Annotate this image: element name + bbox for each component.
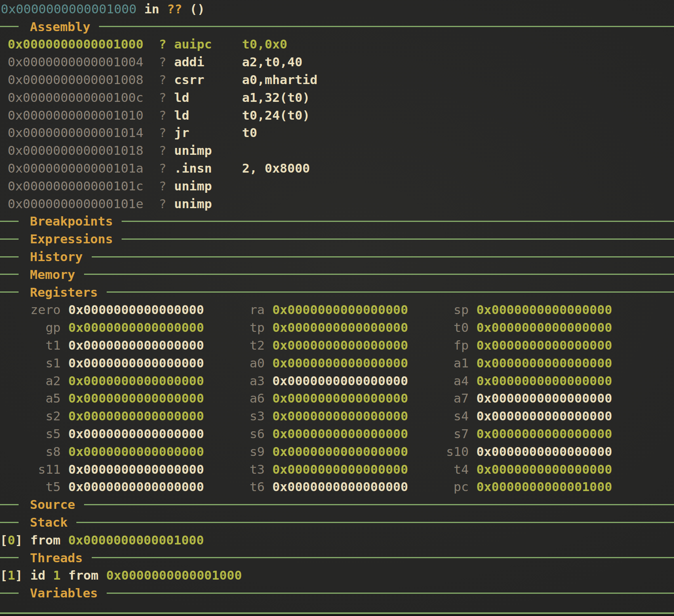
assembly-operands: t0 (242, 125, 257, 140)
register-value: 0x0000000000000000 (68, 426, 204, 441)
register-value: 0x0000000000000000 (68, 391, 204, 405)
register-name: t4 (408, 462, 469, 477)
section-title-assembly: Assembly (30, 19, 90, 34)
register-name: s6 (204, 426, 265, 441)
assembly-mnemonic: unimp (174, 179, 242, 193)
assembly-breakpoint-marker: ? (159, 55, 166, 69)
assembly-breakpoint-marker: ? (159, 161, 166, 175)
debugger-terminal[interactable]: 0x0000000000001000 in ?? () Assembly 0x0… (0, 0, 674, 616)
thread-id-value: 1 (53, 568, 61, 582)
register-value: 0x0000000000000000 (476, 302, 612, 317)
register-name: t1 (0, 338, 61, 352)
register-value: 0x0000000000000000 (272, 479, 408, 494)
assembly-operands: a1,32(t0) (242, 90, 310, 105)
register-cell: s20x0000000000000000 (0, 409, 204, 423)
register-row: a50x0000000000000000a60x0000000000000000… (0, 390, 674, 407)
register-cell: t50x0000000000000000 (0, 479, 204, 494)
section-title-source: Source (30, 497, 75, 512)
assembly-operands: t0,24(t0) (242, 108, 310, 122)
stack-frame-bracket: [ (0, 533, 8, 547)
assembly-instruction-address: 0x0000000000001004 (8, 55, 144, 69)
assembly-breakpoint-marker: ? (159, 143, 166, 158)
section-header-stack: Stack (0, 513, 674, 531)
status-in-word: in (144, 2, 159, 16)
register-name: ra (204, 302, 265, 317)
separator-line (76, 522, 674, 523)
register-name: a7 (408, 391, 469, 405)
register-row: s20x0000000000000000s30x0000000000000000… (0, 407, 674, 425)
register-cell: t10x0000000000000000 (0, 338, 204, 352)
register-name: s5 (0, 426, 61, 441)
stack-frame-address: 0x0000000000001000 (68, 533, 204, 547)
assembly-instruction-address: 0x000000000000101e (8, 196, 144, 211)
register-name: t0 (408, 320, 469, 335)
register-name: s7 (408, 426, 469, 441)
separator-line (122, 238, 674, 240)
register-value: 0x0000000000000000 (476, 426, 612, 441)
register-cell: s110x0000000000000000 (0, 462, 204, 477)
register-cell: a00x0000000000000000 (204, 356, 408, 370)
section-title-breakpoints: Breakpoints (30, 214, 113, 228)
register-name: t6 (204, 479, 265, 494)
register-row: s110x0000000000000000t30x000000000000000… (0, 460, 674, 478)
register-cell: a20x0000000000000000 (0, 373, 204, 388)
assembly-line: 0x0000000000001014?jrt0 (0, 124, 674, 142)
register-value: 0x0000000000000000 (272, 302, 408, 317)
assembly-line: 0x0000000000001004?addia2,t0,40 (0, 53, 674, 71)
assembly-breakpoint-marker: ? (159, 37, 166, 51)
assembly-breakpoint-marker: ? (159, 108, 166, 122)
thread-from-word: from (68, 568, 99, 582)
separator-line (92, 557, 674, 558)
register-cell: t30x0000000000000000 (204, 462, 408, 477)
register-name: a6 (204, 391, 265, 405)
register-row: s10x0000000000000000a00x0000000000000000… (0, 354, 674, 372)
register-name: a0 (204, 356, 265, 370)
register-cell: a30x0000000000000000 (204, 373, 408, 388)
register-row: s80x0000000000000000s90x0000000000000000… (0, 443, 674, 460)
register-value: 0x0000000000000000 (68, 462, 204, 477)
assembly-line: 0x000000000000100c?lda1,32(t0) (0, 89, 674, 106)
separator-line (92, 256, 674, 257)
register-name: sp (408, 302, 469, 317)
register-row: a20x0000000000000000a30x0000000000000000… (0, 372, 674, 390)
separator-line (84, 274, 674, 275)
register-cell: t00x0000000000000000 (408, 320, 612, 335)
register-value: 0x0000000000000000 (68, 479, 204, 494)
assembly-mnemonic: auipc (174, 37, 242, 51)
section-header-registers: Registers (0, 283, 674, 301)
register-value: 0x0000000000000000 (68, 338, 204, 352)
section-header-assembly: Assembly (0, 18, 674, 36)
separator-line (0, 504, 19, 505)
register-cell: s60x0000000000000000 (204, 426, 408, 441)
separator-line (0, 26, 19, 27)
assembly-operands: 2, 0x8000 (242, 161, 310, 175)
register-cell: tp0x0000000000000000 (204, 320, 408, 335)
separator-line (99, 26, 674, 27)
thread-index: 1 (8, 568, 15, 582)
assembly-listing: 0x0000000000001000?auipct0,0x00x00000000… (0, 36, 674, 213)
assembly-line: 0x0000000000001000?auipct0,0x0 (0, 36, 674, 53)
thread-start-address: 0x0000000000001000 (106, 568, 242, 582)
assembly-breakpoint-marker: ? (159, 179, 166, 193)
register-row: t50x0000000000000000t60x0000000000000000… (0, 478, 674, 496)
separator-line (0, 291, 19, 293)
register-value: 0x0000000000000000 (272, 426, 408, 441)
register-cell: s70x0000000000000000 (408, 426, 612, 441)
register-name: s4 (408, 409, 469, 423)
register-value: 0x0000000000000000 (476, 320, 612, 335)
separator-line (0, 274, 19, 275)
assembly-instruction-address: 0x000000000000100c (8, 90, 144, 105)
separator-line (122, 221, 674, 222)
assembly-line: 0x000000000000101c?unimp (0, 177, 674, 195)
assembly-breakpoint-marker: ? (159, 72, 166, 87)
register-row: s50x0000000000000000s60x0000000000000000… (0, 425, 674, 443)
assembly-instruction-address: 0x0000000000001000 (8, 37, 144, 51)
assembly-line: 0x0000000000001010?ldt0,24(t0) (0, 106, 674, 124)
register-name: t3 (204, 462, 265, 477)
register-name: s9 (204, 444, 265, 459)
assembly-breakpoint-marker: ? (159, 125, 166, 140)
separator-line (107, 291, 674, 293)
register-cell: pc0x0000000000001000 (408, 479, 612, 494)
assembly-mnemonic: unimp (174, 143, 242, 158)
separator-line (0, 557, 19, 558)
